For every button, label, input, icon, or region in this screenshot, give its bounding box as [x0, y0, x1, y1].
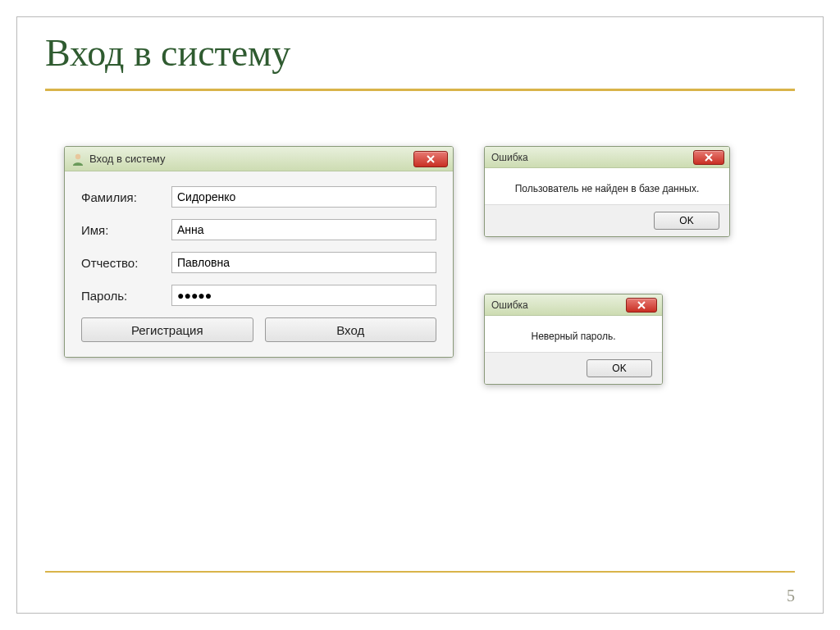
slide-title: Вход в систему: [45, 31, 290, 75]
error1-message: Пользователь не найден в базе данных.: [485, 168, 729, 204]
patronymic-input[interactable]: [171, 252, 436, 273]
ok-button[interactable]: OK: [587, 359, 652, 377]
error2-title: Ошибка: [491, 299, 626, 311]
page-number: 5: [787, 587, 795, 605]
close-icon: [426, 155, 436, 163]
bottom-separator: [45, 571, 795, 573]
close-icon: [704, 153, 714, 162]
error1-titlebar[interactable]: Ошибка: [485, 147, 729, 168]
login-dialog-body: Фамилия: Имя: Отчество: Пароль: Регистра…: [65, 171, 453, 357]
login-button[interactable]: Вход: [265, 317, 437, 342]
error1-title: Ошибка: [491, 152, 693, 163]
name-input[interactable]: [171, 219, 436, 240]
error-dialog-user-not-found: Ошибка Пользователь не найден в базе дан…: [484, 146, 730, 237]
surname-label: Фамилия:: [81, 190, 171, 204]
svg-point-0: [75, 153, 80, 158]
close-button[interactable]: [626, 298, 657, 313]
user-icon: [71, 153, 84, 166]
password-row: Пароль:: [81, 285, 436, 306]
surname-row: Фамилия:: [81, 186, 436, 208]
close-button[interactable]: [693, 150, 724, 165]
close-button[interactable]: [413, 151, 448, 167]
login-dialog-title: Вход в систему: [89, 153, 413, 165]
password-label: Пароль:: [81, 289, 171, 303]
close-icon: [637, 301, 646, 309]
patronymic-row: Отчество:: [81, 252, 436, 273]
error2-titlebar[interactable]: Ошибка: [485, 294, 662, 316]
surname-input[interactable]: [171, 186, 436, 208]
name-label: Имя:: [81, 223, 171, 237]
error2-message: Неверный пароль.: [485, 316, 662, 352]
error2-footer: OK: [485, 352, 662, 384]
error1-footer: OK: [485, 204, 729, 236]
patronymic-label: Отчество:: [81, 256, 171, 270]
title-separator: [45, 89, 795, 91]
login-button-row: Регистрация Вход: [81, 317, 436, 342]
login-dialog-titlebar[interactable]: Вход в систему: [65, 147, 453, 171]
register-button[interactable]: Регистрация: [81, 317, 253, 342]
ok-button[interactable]: OK: [654, 212, 719, 230]
name-row: Имя:: [81, 219, 436, 240]
login-dialog: Вход в систему Фамилия: Имя: Отчество:: [64, 146, 454, 358]
password-input[interactable]: [171, 285, 436, 306]
presentation-slide: Вход в систему Вход в систему Фамилия:: [0, 0, 840, 630]
error-dialog-wrong-password: Ошибка Неверный пароль. OK: [484, 294, 663, 385]
